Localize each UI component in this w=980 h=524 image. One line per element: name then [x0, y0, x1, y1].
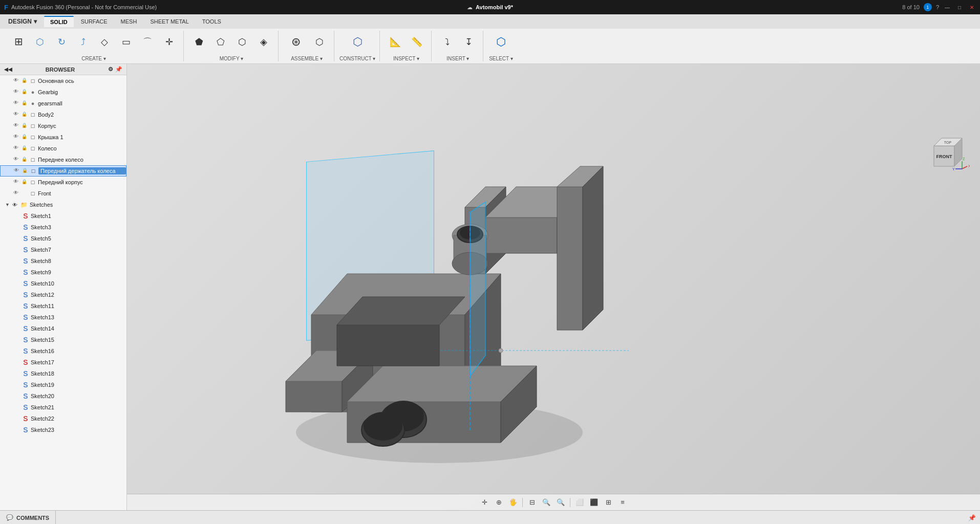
shell-btn[interactable]: ▭: [116, 31, 136, 53]
sidebar-content[interactable]: 👁 🔒 □ Основная ось 👁 🔒 ● Gearbig 👁 🔒 ● g…: [0, 75, 126, 510]
tree-item-peredniy-korpus[interactable]: 👁 🔒 □ Передний корпус: [0, 177, 126, 188]
zoom-in-btn[interactable]: 🔍: [540, 496, 552, 509]
sketches-folder[interactable]: ▼ 👁 📁 Sketches: [0, 199, 126, 210]
viewcube[interactable]: FRONT TOP X Z Y: [924, 130, 970, 178]
tree-item-sketch11[interactable]: S Sketch11: [0, 300, 126, 312]
sidebar-settings-icon[interactable]: ⚙: [108, 66, 113, 73]
tab-surface[interactable]: SURFACE: [75, 16, 114, 27]
construct-label[interactable]: CONSTRUCT ▾: [339, 56, 375, 61]
sidebar-collapse-btn[interactable]: ◀◀: [4, 67, 12, 72]
tree-item-sketch22[interactable]: S Sketch22: [0, 413, 126, 424]
tree-item-sketch1[interactable]: S Sketch1: [0, 210, 126, 222]
tree-item-body2[interactable]: 👁 🔒 □ Body2: [0, 109, 126, 120]
cloud-icon: ☁: [467, 4, 473, 11]
help-icon[interactable]: ?: [936, 4, 939, 10]
eye-icon: 👁: [13, 100, 20, 107]
tree-item-gearsmall[interactable]: 👁 🔒 ● gearsmall: [0, 98, 126, 109]
modify-label[interactable]: MODIFY ▾: [220, 56, 243, 61]
tab-solid[interactable]: SOLID: [44, 16, 74, 27]
svg-text:X: X: [968, 164, 970, 168]
modify-btn2[interactable]: ⬠: [210, 31, 231, 53]
fillet-btn[interactable]: ⌒: [137, 31, 158, 53]
insert-btn1[interactable]: ⤵: [437, 31, 457, 53]
assemble-label[interactable]: ASSEMBLE ▾: [291, 56, 323, 61]
tree-item-sketch14[interactable]: S Sketch14: [0, 323, 126, 334]
inspect-btn2[interactable]: 📏: [407, 31, 427, 53]
comments-tab[interactable]: 💬 COMMENTS: [0, 511, 56, 524]
pan-btn[interactable]: ⊕: [493, 496, 505, 509]
tree-item-koleso[interactable]: 👁 🔒 □ Колесо: [0, 143, 126, 154]
tree-item-sketch18[interactable]: S Sketch18: [0, 368, 126, 379]
modify-btn4[interactable]: ◈: [253, 31, 274, 53]
inspect-btn1[interactable]: 📐: [385, 31, 406, 53]
zoom-out-btn[interactable]: 🔍: [555, 496, 567, 509]
assemble-btn2[interactable]: ⬡: [309, 31, 330, 53]
select-btn[interactable]: ⬡: [488, 31, 513, 53]
grid-btn[interactable]: ⊞: [602, 496, 614, 509]
select-label[interactable]: SELECT ▾: [489, 56, 513, 61]
assemble-btn1[interactable]: ⊛: [284, 31, 308, 53]
insert-label[interactable]: INSERT ▾: [446, 56, 469, 61]
construct-btn[interactable]: ⬡: [345, 31, 370, 53]
tree-item-sketch21[interactable]: S Sketch21: [0, 402, 126, 413]
sketch-icon: S: [22, 336, 30, 344]
viewport[interactable]: FRONT TOP X Z Y ✛ ⊕ 🖐 ⊟: [127, 64, 980, 510]
close-btn[interactable]: ✕: [968, 3, 976, 11]
minimize-btn[interactable]: —: [943, 3, 951, 11]
title-bar: F Autodesk Fusion 360 (Personal - Not fo…: [0, 0, 980, 14]
tree-item-sketch9[interactable]: S Sketch9: [0, 267, 126, 278]
tree-item-kryshka1[interactable]: 👁 🔒 □ Крышка 1: [0, 132, 126, 143]
item-label: Front: [38, 190, 126, 196]
design-dropdown[interactable]: DESIGN ▾: [4, 16, 41, 27]
tree-item-peredniy-derzh[interactable]: 👁 🔒 □ Передний держатель колеса: [0, 165, 126, 177]
fit-view-btn[interactable]: ⊟: [526, 496, 538, 509]
revolve-btn[interactable]: ↻: [51, 31, 72, 53]
inspect-label[interactable]: INSPECT ▾: [393, 56, 419, 61]
tree-item-sketch7[interactable]: S Sketch7: [0, 244, 126, 255]
viewport-canvas[interactable]: FRONT TOP X Z Y ✛ ⊕ 🖐 ⊟: [127, 64, 980, 510]
tree-item-sketch5[interactable]: S Sketch5: [0, 233, 126, 244]
tree-item-sketch10[interactable]: S Sketch10: [0, 278, 126, 289]
move-btn[interactable]: ✛: [159, 31, 179, 53]
visual-style-btn[interactable]: ⬛: [588, 496, 600, 509]
orbit-btn[interactable]: ✛: [478, 496, 491, 509]
display-mode-btn[interactable]: ⬜: [573, 496, 586, 509]
tree-item-gearbig[interactable]: 👁 🔒 ● Gearbig: [0, 86, 126, 98]
svg-text:TOP: TOP: [944, 141, 952, 144]
sketch-icon: S: [22, 257, 30, 265]
tree-item-sketch19[interactable]: S Sketch19: [0, 379, 126, 390]
environment-btn[interactable]: ≡: [616, 496, 629, 509]
tab-sheet-metal[interactable]: SHEET METAL: [144, 16, 195, 27]
create-label[interactable]: CREATE ▾: [81, 56, 106, 61]
tree-item-sketch15[interactable]: S Sketch15: [0, 334, 126, 345]
inspect-buttons: 📐 📏: [385, 31, 427, 53]
tree-item-sketch23[interactable]: S Sketch23: [0, 424, 126, 435]
new-component-btn[interactable]: ⊞: [8, 31, 29, 53]
tree-item-sketch8[interactable]: S Sketch8: [0, 255, 126, 267]
sweep-btn[interactable]: ⤴: [73, 31, 93, 53]
tree-item-korpus[interactable]: 👁 🔒 □ Корпус: [0, 120, 126, 132]
insert-btn2[interactable]: ↧: [458, 31, 479, 53]
loft-btn[interactable]: ◇: [94, 31, 115, 53]
tree-item-sketch16[interactable]: S Sketch16: [0, 345, 126, 357]
tree-item-sketch13[interactable]: S Sketch13: [0, 312, 126, 323]
tree-item-front[interactable]: 👁 □ Front: [0, 188, 126, 199]
tree-item-sketch12[interactable]: S Sketch12: [0, 289, 126, 300]
sidebar-pin-icon[interactable]: 📌: [115, 66, 122, 73]
extrude-btn[interactable]: ⬡: [30, 31, 50, 53]
modify-btn1[interactable]: ⬟: [189, 31, 209, 53]
modify-btn3[interactable]: ⬡: [232, 31, 252, 53]
tab-tools[interactable]: TOOLS: [196, 16, 227, 27]
maximize-btn[interactable]: □: [955, 3, 964, 11]
tree-item-osnova[interactable]: 👁 🔒 □ Основная ось: [0, 75, 126, 86]
tree-item-sketch3[interactable]: S Sketch3: [0, 222, 126, 233]
svg-marker-4: [286, 381, 342, 412]
tree-item-sketch20[interactable]: S Sketch20: [0, 390, 126, 402]
tree-item-sketch17[interactable]: S Sketch17: [0, 357, 126, 368]
loft-icon: ◇: [101, 37, 108, 47]
item-icon: ●: [29, 99, 37, 107]
pin-icon[interactable]: 📌: [968, 514, 976, 521]
zoom-btn[interactable]: 🖐: [507, 496, 519, 509]
tab-mesh[interactable]: MESH: [115, 16, 143, 27]
tree-item-perednee-koleso[interactable]: 👁 🔒 □ Переднее колесо: [0, 154, 126, 165]
